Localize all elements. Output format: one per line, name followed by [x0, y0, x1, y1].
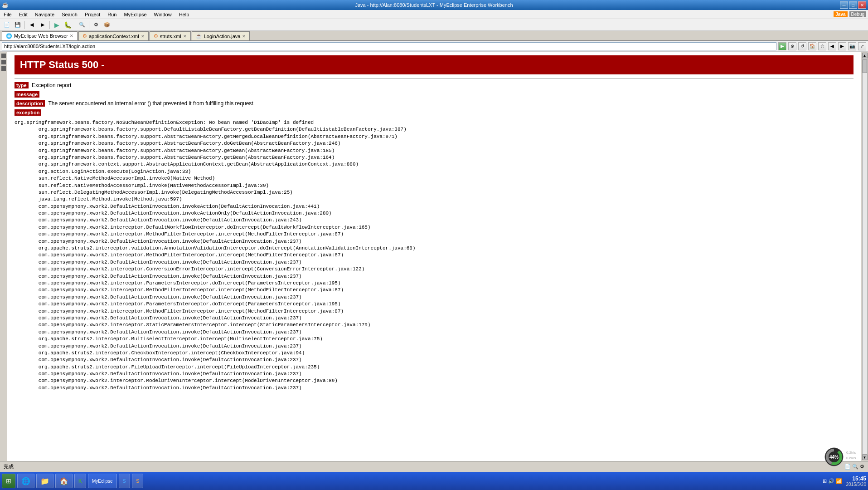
- debug-badge: Debug: [849, 11, 866, 17]
- go-button[interactable]: ▶: [778, 42, 786, 50]
- taskbar-scite[interactable]: S: [132, 474, 143, 488]
- struts-tab-close[interactable]: ✕: [183, 34, 187, 39]
- menu-project[interactable]: Project: [81, 10, 104, 19]
- toolbar-search[interactable]: 🔍: [77, 20, 87, 30]
- struts-tab-label: struts.xml: [160, 34, 181, 39]
- taskbar-home[interactable]: 🏠: [55, 474, 73, 488]
- http-status-header: HTTP Status 500 -: [15, 55, 853, 74]
- loginaction-tab-icon: ☕: [196, 33, 202, 39]
- tab-browser[interactable]: 🌐 MyEclipse Web Browser ✕: [2, 31, 78, 40]
- http-description-row: description The server encountered an in…: [15, 100, 853, 107]
- type-value: Exception report: [32, 82, 71, 88]
- http-message-row: message: [15, 91, 853, 98]
- toolbar-new[interactable]: 📄: [2, 20, 12, 30]
- taskbar-ie[interactable]: 🌐: [17, 474, 34, 488]
- perf-chart: 44% 0.2k/s 0.6k/s: [823, 446, 859, 468]
- menu-file[interactable]: File: [0, 10, 15, 19]
- address-bar: ▶ ⊗ ↺ 🏠 ☆ ◀ ▶ 📷 ⤢: [0, 41, 868, 52]
- status-text: 完成: [4, 463, 14, 470]
- menu-search[interactable]: Search: [58, 10, 81, 19]
- svg-text:44%: 44%: [829, 455, 839, 460]
- home-nav-button[interactable]: 🏠: [808, 42, 816, 50]
- start-button[interactable]: ⊞: [2, 474, 15, 488]
- minimize-button[interactable]: ─: [840, 1, 848, 9]
- http-exception-row: exception: [15, 109, 853, 116]
- toolbar-debug[interactable]: 🐛: [63, 20, 73, 30]
- close-button[interactable]: ✕: [858, 1, 866, 9]
- scrollbar-down[interactable]: ▼: [862, 455, 868, 460]
- browser-tab-label: MyEclipse Web Browser: [14, 33, 68, 39]
- menu-bar: File Edit Navigate Search Project Run My…: [0, 10, 868, 19]
- taskbar-myeclipse[interactable]: MyEclipse: [88, 474, 117, 488]
- appctx-tab-label: applicationContext.xml: [89, 34, 139, 39]
- system-icons: ⊞ 🔊 📶: [823, 478, 842, 484]
- screenshot-button[interactable]: 📷: [848, 42, 856, 50]
- addr-forward[interactable]: ▶: [838, 42, 846, 50]
- expand-button[interactable]: ⤢: [858, 42, 866, 50]
- taskbar-sourcetree[interactable]: S: [119, 474, 130, 488]
- browser-tab-close[interactable]: ✕: [70, 34, 73, 38]
- toolbar-sep-3: [75, 21, 75, 29]
- toolbar-run[interactable]: ▶: [52, 20, 62, 30]
- title-bar-left: ☕: [2, 2, 9, 8]
- toolbar-extra2[interactable]: 📦: [102, 20, 112, 30]
- toolbar-sep-1: [24, 21, 25, 29]
- toolbar-forward[interactable]: ▶: [38, 20, 48, 30]
- description-label: description: [15, 100, 45, 107]
- struts-tab-icon: ⚙: [154, 33, 158, 39]
- title-bar: ☕ Java - http://Alan:8080/StudentsLXT - …: [0, 0, 868, 10]
- main-content: HTTP Status 500 - type Exception report …: [0, 52, 868, 461]
- taskbar-explorer[interactable]: 📁: [36, 474, 53, 488]
- scrollbar-up[interactable]: ▲: [862, 53, 868, 58]
- svg-text:0.6k/s: 0.6k/s: [846, 456, 856, 460]
- scrollbar-thumb[interactable]: [863, 59, 867, 73]
- tab-loginaction[interactable]: ☕ LoginAction.java ✕: [192, 31, 250, 40]
- bookmark-button[interactable]: ☆: [818, 42, 826, 50]
- status-bar: 完成 📄 🔍 ⚙: [0, 461, 868, 472]
- java-badge: Java: [834, 11, 847, 17]
- menu-help[interactable]: Help: [175, 10, 193, 19]
- toolbar-sep-4: [89, 21, 89, 29]
- menu-myeclipse[interactable]: MyEclipse: [120, 10, 150, 19]
- settings-icon[interactable]: ⚙: [860, 464, 864, 469]
- tab-applicationcontext[interactable]: ⚙ applicationContext.xml ✕: [78, 31, 149, 40]
- refresh-button[interactable]: ↺: [798, 42, 806, 50]
- tab-struts[interactable]: ⚙ struts.xml ✕: [150, 31, 191, 40]
- browser-tab-icon: 🌐: [6, 33, 12, 39]
- menu-run[interactable]: Run: [104, 10, 120, 19]
- menu-navigate[interactable]: Navigate: [31, 10, 58, 19]
- scrollbar-track[interactable]: [862, 58, 868, 455]
- menu-edit[interactable]: Edit: [15, 10, 31, 19]
- http-divider: [15, 78, 853, 78]
- appctx-tab-icon: ⚙: [82, 33, 87, 39]
- sidebar-icon-3[interactable]: [1, 66, 6, 71]
- taskbar: ⊞ 🌐 📁 🏠 K MyEclipse S S ⊞ 🔊 📶 15:45 2015…: [0, 472, 868, 490]
- http-page: HTTP Status 500 - type Exception report …: [7, 52, 861, 395]
- maximize-button[interactable]: □: [849, 1, 857, 9]
- stop-button[interactable]: ⊗: [788, 42, 796, 50]
- type-label: type: [15, 82, 29, 88]
- browser-content[interactable]: HTTP Status 500 - type Exception report …: [7, 52, 861, 461]
- time: 15:45: [846, 475, 867, 482]
- loginaction-tab-close[interactable]: ✕: [242, 34, 246, 39]
- exception-label: exception: [15, 109, 41, 116]
- appctx-tab-close[interactable]: ✕: [141, 34, 145, 39]
- app-icon: ☕: [2, 2, 9, 8]
- toolbar-extra1[interactable]: ⚙: [91, 20, 101, 30]
- taskbar-left: ⊞ 🌐 📁 🏠 K MyEclipse S S: [2, 474, 143, 488]
- addr-back[interactable]: ◀: [828, 42, 836, 50]
- loginaction-tab-label: LoginAction.java: [204, 34, 241, 39]
- clock: 15:45 2015/5/20: [846, 475, 867, 487]
- address-input[interactable]: [2, 42, 776, 50]
- menu-window[interactable]: Window: [150, 10, 175, 19]
- sidebar-icon-2[interactable]: [1, 60, 6, 64]
- sidebar-icon-1[interactable]: [1, 54, 6, 58]
- toolbar: 📄 💾 ◀ ▶ ▶ 🐛 🔍 ⚙ 📦: [0, 19, 868, 31]
- description-value: The server encountered an internal error…: [48, 100, 255, 107]
- title-bar-controls: ─ □ ✕: [840, 1, 866, 9]
- toolbar-back[interactable]: ◀: [27, 20, 37, 30]
- taskbar-kaspersky[interactable]: K: [74, 474, 86, 488]
- taskbar-right: ⊞ 🔊 📶 15:45 2015/5/20: [823, 475, 866, 487]
- exception-stacktrace: org.springframework.beans.factory.NoSuch…: [15, 119, 853, 392]
- toolbar-save[interactable]: 💾: [13, 20, 23, 30]
